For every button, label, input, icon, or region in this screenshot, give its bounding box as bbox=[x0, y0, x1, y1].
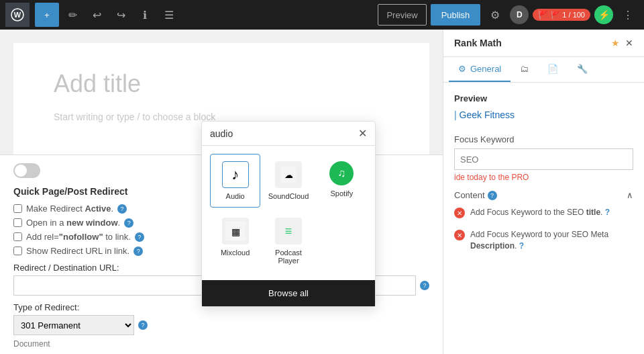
error-circle-icon: ✕ bbox=[454, 208, 465, 218]
wp-logo[interactable]: W bbox=[5, 3, 30, 27]
new-window-help-icon[interactable]: ? bbox=[124, 218, 133, 228]
mixcloud-block-label: Mixcloud bbox=[221, 249, 250, 257]
drafts-icon[interactable]: D bbox=[510, 5, 529, 24]
content-section-label: Content ? ∧ bbox=[454, 190, 633, 200]
audio-block-icon: ♪ bbox=[222, 161, 249, 188]
error-title-help[interactable]: ? bbox=[605, 208, 610, 217]
focus-keyword-input[interactable] bbox=[454, 148, 633, 170]
rankmath-star-icon[interactable]: ★ bbox=[611, 38, 620, 48]
rankmath-close-icon[interactable]: ✕ bbox=[625, 38, 633, 48]
expand-content-button[interactable]: ∧ bbox=[627, 190, 633, 200]
settings-icon[interactable]: ⚙ bbox=[484, 4, 506, 26]
block-search-close-icon[interactable]: ✕ bbox=[358, 127, 367, 140]
rankmath-sidebar: Rank Math ★ ✕ ⚙ General 🗂 📄 🔧 Preview G bbox=[443, 30, 644, 354]
rankmath-tabs: ⚙ General 🗂 📄 🔧 bbox=[443, 57, 644, 83]
flag-icon: 🚩 bbox=[538, 10, 548, 19]
add-block-toolbar-button[interactable]: + bbox=[35, 3, 59, 27]
spotify-block-label: Spotify bbox=[331, 189, 354, 197]
document-label: Document bbox=[13, 339, 429, 349]
more-options-icon[interactable]: ⋮ bbox=[617, 4, 639, 26]
block-search-input[interactable] bbox=[210, 128, 353, 139]
soundcloud-block-icon: ☁ bbox=[275, 161, 302, 188]
main-toolbar: W + ✏ ↩ ↪ ℹ ☰ Preview Publish ⚙ D 🚩 🚩 1 … bbox=[0, 0, 644, 30]
svg-text:W: W bbox=[14, 11, 21, 19]
show-url-help-icon[interactable]: ? bbox=[133, 247, 143, 256]
error-item-description: ✕ Add Focus Keyword to your SEO Meta Des… bbox=[454, 226, 633, 255]
block-search-header: ✕ bbox=[202, 122, 375, 146]
publish-button[interactable]: Publish bbox=[431, 4, 481, 26]
seo-score-badge[interactable]: 🚩 🚩 1 / 100 bbox=[533, 9, 590, 21]
tab-social[interactable]: 🗂 bbox=[511, 57, 538, 82]
redirect-url-help-icon[interactable]: ? bbox=[420, 281, 429, 290]
nofollow-checkbox[interactable] bbox=[13, 232, 22, 241]
svg-text:☁: ☁ bbox=[284, 170, 292, 180]
block-item-soundcloud[interactable]: ☁ SoundCloud bbox=[263, 154, 313, 208]
schema-tab-icon: 📄 bbox=[547, 64, 558, 74]
general-tab-icon: ⚙ bbox=[458, 64, 466, 74]
mixcloud-block-icon: ▦ bbox=[222, 218, 249, 245]
make-active-checkbox[interactable] bbox=[13, 204, 22, 213]
social-tab-icon: 🗂 bbox=[520, 64, 529, 74]
score-text: 🚩 1 / 100 bbox=[551, 11, 585, 19]
preview-site-link[interactable]: Geek Fitness bbox=[454, 109, 515, 120]
nofollow-help-icon[interactable]: ? bbox=[135, 232, 144, 242]
edit-toolbar-icon[interactable]: ✏ bbox=[62, 4, 83, 26]
audio-block-label: Audio bbox=[226, 192, 245, 200]
block-item-mixcloud[interactable]: ▦ Mixcloud bbox=[210, 210, 260, 272]
soundcloud-block-label: SoundCloud bbox=[268, 192, 309, 200]
redirect-type-help-icon[interactable]: ? bbox=[138, 320, 148, 330]
rankmath-header-icons: ★ ✕ bbox=[611, 38, 633, 48]
block-item-audio[interactable]: ♪ Audio bbox=[210, 154, 260, 208]
podcast-block-label: Podcast Player bbox=[268, 249, 309, 265]
spotify-block-icon: ♫ bbox=[329, 161, 354, 185]
list-toolbar-icon[interactable]: ☰ bbox=[158, 4, 180, 26]
content-help-icon[interactable]: ? bbox=[488, 191, 497, 200]
block-search-grid: ♪ Audio ☁ SoundCloud ♫ Spotify ▦ Mixclou… bbox=[202, 146, 375, 280]
preview-section-label: Preview bbox=[454, 93, 633, 103]
preview-button[interactable]: Preview bbox=[378, 4, 426, 26]
error-desc-help[interactable]: ? bbox=[519, 241, 524, 251]
rankmath-content: Preview Geek Fitness Focus Keyword ide t… bbox=[443, 83, 644, 354]
make-active-help-icon[interactable]: ? bbox=[117, 204, 127, 214]
svg-text:▦: ▦ bbox=[231, 226, 239, 237]
podcast-block-icon: ≡ bbox=[275, 218, 302, 245]
post-title-placeholder[interactable]: Add title bbox=[54, 70, 389, 98]
pro-upgrade-link[interactable]: ide today to the PRO bbox=[454, 173, 633, 182]
content-label-text: Content bbox=[454, 190, 485, 200]
redirect-type-select[interactable]: 301 Permanent bbox=[13, 315, 134, 335]
browse-all-button[interactable]: Browse all bbox=[202, 280, 375, 306]
tab-general[interactable]: ⚙ General bbox=[449, 57, 511, 82]
redo-toolbar-icon[interactable]: ↪ bbox=[110, 4, 131, 26]
tab-schema[interactable]: 📄 bbox=[538, 57, 568, 82]
lightning-icon: ⚡ bbox=[598, 9, 610, 20]
rankmath-title: Rank Math bbox=[454, 38, 502, 48]
tab-advanced[interactable]: 🔧 bbox=[568, 57, 597, 82]
advanced-tab-icon: 🔧 bbox=[577, 64, 588, 74]
block-item-podcast[interactable]: ≡ Podcast Player bbox=[263, 210, 313, 272]
error-text-title: Add Focus Keyword to the SEO title. ? bbox=[470, 207, 633, 218]
general-tab-label: General bbox=[470, 64, 501, 74]
active-toggle[interactable] bbox=[13, 163, 40, 178]
new-window-checkbox[interactable] bbox=[13, 218, 22, 227]
error-item-title: ✕ Add Focus Keyword to the SEO title. ? bbox=[454, 204, 633, 221]
undo-toolbar-icon[interactable]: ↩ bbox=[86, 4, 107, 26]
block-search-overlay: ✕ ♪ Audio ☁ SoundCloud ♫ Spotify ▦ Mixcl… bbox=[201, 121, 376, 307]
focus-keyword-label: Focus Keyword bbox=[454, 134, 633, 144]
error-circle-desc-icon: ✕ bbox=[454, 230, 465, 240]
rankmath-header: Rank Math ★ ✕ bbox=[443, 30, 644, 57]
error-text-description: Add Focus Keyword to your SEO Meta Descr… bbox=[470, 229, 633, 252]
show-url-checkbox[interactable] bbox=[13, 247, 22, 255]
block-item-spotify[interactable]: ♫ Spotify bbox=[317, 154, 367, 208]
plus-icon: + bbox=[44, 10, 50, 20]
lightning-badge[interactable]: ⚡ bbox=[594, 5, 613, 24]
info-toolbar-icon[interactable]: ℹ bbox=[134, 4, 156, 26]
